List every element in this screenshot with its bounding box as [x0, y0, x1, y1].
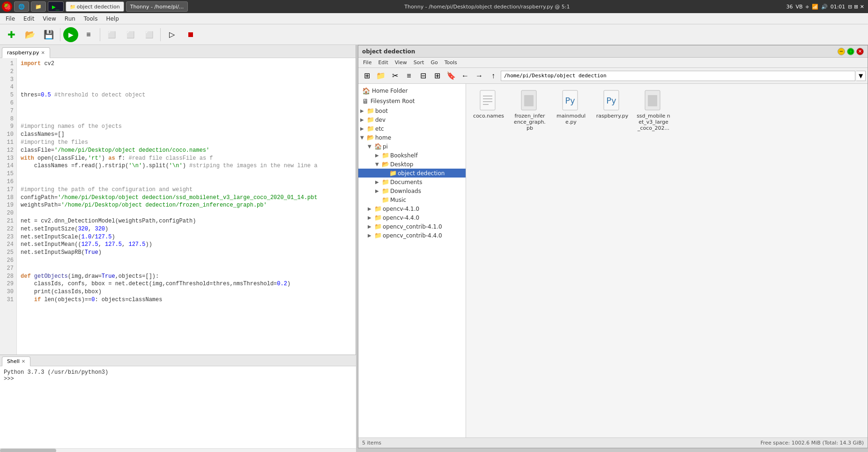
- menu-view[interactable]: View: [39, 15, 59, 23]
- raspberry-icon[interactable]: 🍓: [2, 1, 12, 12]
- sidebar-home-folder[interactable]: 🏠 Home Folder: [358, 86, 466, 96]
- step-over-btn[interactable]: ⬜: [103, 26, 120, 43]
- tree-label-cv440: opencv-4.4.0: [383, 215, 419, 221]
- filemgr-menubar: File Edit View Sort Go Tools: [358, 58, 868, 68]
- object-dedection-taskbar-btn[interactable]: 📁 object dedection: [66, 1, 124, 12]
- tab-close-btn[interactable]: ✕: [41, 50, 45, 55]
- fm-list-view-btn[interactable]: ≡: [402, 69, 415, 82]
- menu-edit[interactable]: Edit: [20, 15, 38, 23]
- tree-home[interactable]: ▼ 📂 home: [358, 133, 466, 142]
- shell-prompt[interactable]: >>>: [4, 376, 352, 382]
- fm-new-folder-btn[interactable]: 📁: [374, 69, 387, 82]
- path-dropdown-btn[interactable]: ▼: [856, 71, 866, 81]
- fm-icon-view-btn[interactable]: ⊞: [360, 69, 373, 82]
- terminal-taskbar-btn[interactable]: ▶_: [48, 1, 64, 12]
- sep3: [160, 28, 161, 41]
- fm-details-btn[interactable]: ⊞: [430, 69, 444, 82]
- tree-arrow-pi: ▼: [368, 144, 373, 149]
- tab-raspberry-py[interactable]: raspberry.py ✕: [2, 47, 50, 58]
- status-free: Free space: 1002.6 MiB (Total: 14.3 GiB): [761, 440, 864, 446]
- fm-menu-sort[interactable]: Sort: [411, 59, 427, 67]
- tree-etc[interactable]: ▶ 📁 etc: [358, 124, 466, 133]
- fm-menu-go[interactable]: Go: [428, 59, 440, 67]
- menu-file[interactable]: File: [2, 15, 19, 23]
- code-content[interactable]: import cv2 thres=0.5 #threshold to detec…: [17, 58, 356, 355]
- tree-music[interactable]: 📁 Music: [358, 195, 466, 204]
- tree-boot[interactable]: ▶ 📁 boot: [358, 106, 466, 115]
- debug-btn[interactable]: ≡: [80, 26, 97, 43]
- fm-menu-edit[interactable]: Edit: [375, 59, 391, 67]
- fm-menu-view[interactable]: View: [392, 59, 410, 67]
- run-btn[interactable]: ▶: [63, 27, 78, 42]
- menu-run[interactable]: Run: [61, 15, 79, 23]
- browser-taskbar-btn[interactable]: 🌐: [14, 1, 29, 12]
- filemgr-controls: − □ ✕: [838, 48, 864, 55]
- step-out-btn[interactable]: ⬜: [141, 26, 157, 43]
- tree-documents[interactable]: ▶ 📁 Documents: [358, 178, 466, 186]
- tree-bookshelf[interactable]: ▶ 📁 Bookshelf: [358, 151, 466, 160]
- save-btn[interactable]: 💾: [40, 26, 57, 43]
- svg-rect-0: [480, 90, 495, 110]
- file-frozen[interactable]: frozen_infer ence_graph. pb: [511, 88, 549, 133]
- code-editor[interactable]: 1234567891011121314151617181920212223242…: [0, 58, 356, 355]
- fm-menu-tools[interactable]: Tools: [442, 59, 460, 67]
- shell-tab-close[interactable]: ✕: [22, 359, 25, 364]
- menu-help[interactable]: Help: [102, 15, 122, 23]
- tree-dev[interactable]: ▶ 📁 dev: [358, 115, 466, 124]
- folder-icon-dev: 📁: [367, 116, 374, 123]
- stop-btn[interactable]: ⏹: [182, 26, 199, 43]
- fm-back-btn[interactable]: ←: [459, 69, 472, 82]
- tree-object-dedection[interactable]: 📁 object dedection: [358, 169, 466, 178]
- tree-pi[interactable]: ▼ 🏠 pi: [358, 142, 466, 151]
- tree-arrow-home: ▼: [360, 135, 366, 140]
- resume-btn[interactable]: ▷: [163, 26, 180, 43]
- line-numbers: 1234567891011121314151617181920212223242…: [0, 58, 17, 355]
- minimize-btn[interactable]: −: [838, 48, 845, 55]
- sidebar-filesystem[interactable]: 🖥 Filesystem Root: [358, 96, 466, 106]
- file-name-ssd: ssd_mobile net_v3_large _coco_202...: [637, 113, 670, 131]
- tree-desktop[interactable]: ▼ 📂 Desktop: [358, 160, 466, 169]
- tree-opencv440[interactable]: ▶ 📁 opencv-4.4.0: [358, 213, 466, 222]
- path-input[interactable]: [501, 71, 855, 81]
- shell-content[interactable]: Python 3.7.3 (/usr/bin/python3) >>>: [0, 366, 356, 448]
- volume-icon: 🔊: [821, 4, 828, 10]
- fm-menu-file[interactable]: File: [360, 59, 374, 67]
- tree-arrow-desktop: ▼: [375, 162, 381, 167]
- editor-scrollbar[interactable]: [0, 448, 356, 452]
- menu-tools[interactable]: Tools: [80, 15, 102, 23]
- open-btn[interactable]: 📂: [22, 26, 38, 43]
- fm-forward-btn[interactable]: →: [473, 69, 486, 82]
- close-btn[interactable]: ✕: [856, 48, 864, 55]
- tree-downloads[interactable]: ▶ 📁 Downloads: [358, 186, 466, 195]
- file-raspberry[interactable]: Py raspberry.py: [594, 88, 631, 133]
- thonny-taskbar-btn[interactable]: Thonny - /home/pi/...: [126, 1, 188, 12]
- folder-taskbar-btn[interactable]: 📁: [31, 1, 46, 12]
- tree-arrow-docs: ▶: [375, 179, 381, 185]
- fm-bookmark-btn[interactable]: 🔖: [445, 69, 458, 82]
- tree-arrow-etc: ▶: [360, 126, 366, 131]
- tree-arrow-dl: ▶: [375, 188, 381, 193]
- file-icon-raspberry: Py: [601, 89, 623, 112]
- new-file-btn[interactable]: ✚: [3, 26, 20, 43]
- shell-tab-label: Shell: [7, 358, 20, 364]
- fm-up-btn[interactable]: ↑: [487, 69, 500, 82]
- folder-icon-bookshelf: 📁: [382, 152, 389, 159]
- tree-opencv410[interactable]: ▶ 📁 opencv-4.1.0: [358, 204, 466, 213]
- shell-tab[interactable]: Shell ✕: [2, 356, 30, 366]
- file-ssd[interactable]: ssd_mobile net_v3_large _coco_202...: [635, 88, 672, 133]
- fm-compact-view-btn[interactable]: ⊟: [416, 69, 430, 82]
- svg-text:Py: Py: [606, 96, 616, 105]
- window-controls[interactable]: ⊟ ⊞ ✕: [848, 4, 864, 10]
- tree-opencv-contrib440[interactable]: ▶ 📁 opencv_contrib-4.4.0: [358, 231, 466, 240]
- tree-opencv-contrib410[interactable]: ▶ 📁 opencv_contrib-4.1.0: [358, 222, 466, 231]
- tree-label-docs: Documents: [390, 179, 422, 185]
- editor-panel: raspberry.py ✕ 1234567891011121314151617…: [0, 45, 356, 355]
- fm-view-btn2[interactable]: ✂: [388, 69, 401, 82]
- bluetooth-icon: ⎆: [806, 4, 809, 10]
- folder-icon-cvcont440: 📁: [374, 232, 382, 239]
- svg-text:Py: Py: [565, 96, 575, 105]
- step-into-btn[interactable]: ⬜: [122, 26, 139, 43]
- file-coco-names[interactable]: coco.names: [470, 88, 507, 133]
- maximize-btn[interactable]: □: [847, 48, 854, 55]
- file-mainmodule[interactable]: Py mainmodul e.py: [552, 88, 590, 133]
